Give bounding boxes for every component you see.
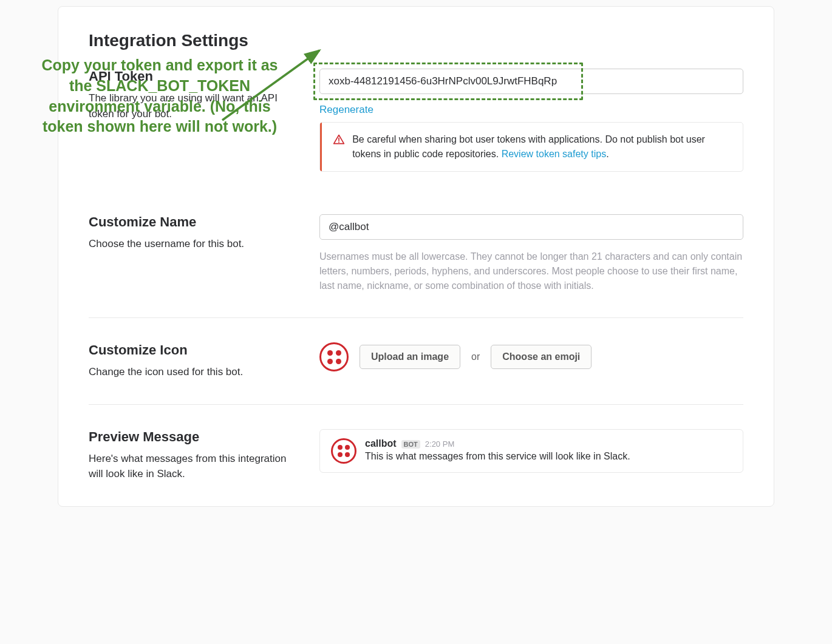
section-customize-name: Customize Name Choose the username for t… [89, 214, 743, 293]
api-token-input[interactable] [319, 69, 743, 94]
choose-emoji-button[interactable]: Choose an emoji [491, 345, 592, 369]
warning-text-after: . [606, 149, 609, 159]
api-token-description: The library you are using will want an A… [89, 90, 295, 121]
customize-icon-description: Change the icon used for this bot. [89, 364, 295, 380]
username-hint: Usernames must be all lowercase. They ca… [319, 249, 743, 293]
preview-bot-name: callbot [365, 438, 397, 449]
preview-message-box: callbot BOT 2:20 PM This is what message… [319, 429, 743, 473]
customize-icon-heading: Customize Icon [89, 342, 295, 358]
or-label: or [471, 351, 480, 362]
bot-avatar-icon [319, 342, 349, 371]
upload-image-button[interactable]: Upload an image [360, 345, 460, 369]
section-customize-icon: Customize Icon Change the icon used for … [89, 317, 743, 380]
preview-bot-badge: BOT [401, 440, 420, 449]
page-title: Integration Settings [89, 31, 743, 50]
regenerate-link[interactable]: Regenerate [319, 104, 373, 116]
preview-bot-avatar-icon [331, 438, 356, 464]
preview-time: 2:20 PM [425, 439, 454, 449]
customize-name-description: Choose the username for this bot. [89, 236, 295, 252]
warning-icon [333, 134, 345, 146]
username-input[interactable] [319, 214, 743, 240]
section-preview: Preview Message Here's what messages fro… [89, 404, 743, 482]
preview-description: Here's what messages from this integrati… [89, 451, 295, 482]
preview-message-text: This is what messages from this service … [365, 451, 630, 462]
review-token-safety-link[interactable]: Review token safety tips [502, 149, 607, 159]
customize-name-heading: Customize Name [89, 214, 295, 230]
settings-panel: Integration Settings Copy your token and… [58, 6, 774, 507]
warning-text: Be careful when sharing bot user tokens … [352, 132, 732, 161]
api-token-heading: API Token [89, 69, 295, 84]
svg-point-2 [338, 141, 339, 143]
preview-heading: Preview Message [89, 429, 295, 445]
warning-callout: Be careful when sharing bot user tokens … [319, 122, 743, 172]
section-api-token: API Token The library you are using will… [89, 69, 743, 172]
